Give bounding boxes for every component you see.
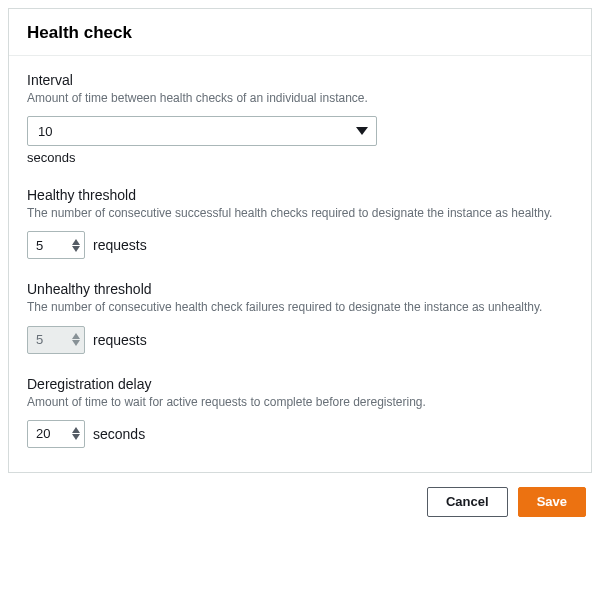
svg-marker-1 xyxy=(72,239,80,245)
stepper-down-icon xyxy=(72,340,80,346)
interval-description: Amount of time between health checks of … xyxy=(27,90,573,106)
deregistration-delay-description: Amount of time to wait for active reques… xyxy=(27,394,573,410)
unhealthy-threshold-row: 5 requests xyxy=(27,326,573,354)
svg-marker-3 xyxy=(72,333,80,339)
unhealthy-threshold-label: Unhealthy threshold xyxy=(27,281,573,297)
unhealthy-threshold-description: The number of consecutive health check f… xyxy=(27,299,573,315)
interval-unit: seconds xyxy=(27,150,573,165)
deregistration-delay-field: Deregistration delay Amount of time to w… xyxy=(27,376,573,448)
stepper-buttons xyxy=(72,239,80,252)
svg-marker-5 xyxy=(72,427,80,433)
healthy-threshold-row: 5 requests xyxy=(27,231,573,259)
deregistration-delay-label: Deregistration delay xyxy=(27,376,573,392)
stepper-up-icon xyxy=(72,333,80,339)
unhealthy-threshold-field: Unhealthy threshold The number of consec… xyxy=(27,281,573,353)
deregistration-delay-stepper[interactable]: 20 xyxy=(27,420,85,448)
health-check-panel: Health check Interval Amount of time bet… xyxy=(8,8,592,473)
interval-select[interactable]: 10 xyxy=(27,116,377,146)
footer: Cancel Save xyxy=(8,473,592,517)
stepper-buttons xyxy=(72,427,80,440)
healthy-threshold-label: Healthy threshold xyxy=(27,187,573,203)
unhealthy-threshold-value: 5 xyxy=(36,332,43,347)
panel-title: Health check xyxy=(27,23,573,43)
svg-marker-4 xyxy=(72,340,80,346)
deregistration-delay-row: 20 seconds xyxy=(27,420,573,448)
stepper-buttons xyxy=(72,333,80,346)
save-button[interactable]: Save xyxy=(518,487,586,517)
deregistration-delay-unit: seconds xyxy=(93,426,145,442)
svg-marker-6 xyxy=(72,434,80,440)
stepper-down-icon[interactable] xyxy=(72,246,80,252)
interval-select-value: 10 xyxy=(38,124,52,139)
panel-body: Interval Amount of time between health c… xyxy=(9,56,591,472)
healthy-threshold-stepper[interactable]: 5 xyxy=(27,231,85,259)
healthy-threshold-field: Healthy threshold The number of consecut… xyxy=(27,187,573,259)
interval-label: Interval xyxy=(27,72,573,88)
stepper-up-icon[interactable] xyxy=(72,427,80,433)
unhealthy-threshold-unit: requests xyxy=(93,332,147,348)
healthy-threshold-unit: requests xyxy=(93,237,147,253)
interval-field: Interval Amount of time between health c… xyxy=(27,72,573,165)
healthy-threshold-description: The number of consecutive successful hea… xyxy=(27,205,573,221)
deregistration-delay-value: 20 xyxy=(36,426,50,441)
unhealthy-threshold-stepper: 5 xyxy=(27,326,85,354)
cancel-button[interactable]: Cancel xyxy=(427,487,508,517)
healthy-threshold-value: 5 xyxy=(36,238,43,253)
panel-header: Health check xyxy=(9,9,591,56)
interval-select-wrap: 10 xyxy=(27,116,377,146)
stepper-up-icon[interactable] xyxy=(72,239,80,245)
svg-marker-2 xyxy=(72,246,80,252)
stepper-down-icon[interactable] xyxy=(72,434,80,440)
